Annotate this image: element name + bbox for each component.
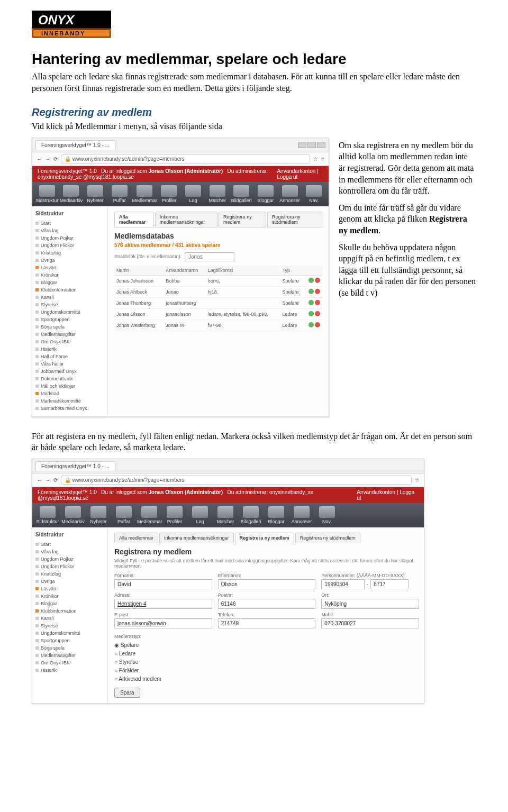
- save-button[interactable]: Spara: [114, 688, 140, 698]
- sidebar-item[interactable]: Ungdomskommitté: [35, 629, 104, 637]
- delete-icon[interactable]: [315, 300, 320, 305]
- nav-item[interactable]: Nyheter: [84, 185, 107, 203]
- table-row[interactable]: Jonas ThunbergjonasthunbergSpelare: [114, 297, 322, 308]
- sidebar-item[interactable]: Kansli: [35, 615, 104, 622]
- input-pn-date[interactable]: 19990504: [321, 579, 365, 589]
- radio-option[interactable]: ○ Ledare: [114, 650, 418, 658]
- star-icon[interactable]: ☆: [415, 477, 420, 483]
- sidebar-item[interactable]: Ungdom Pojkar: [35, 555, 104, 563]
- search-input[interactable]: Jonas: [185, 252, 234, 261]
- sidebar-item[interactable]: Styrelse: [35, 301, 104, 308]
- sidebar-item[interactable]: Våra hallar: [35, 360, 104, 368]
- sidebar-item[interactable]: Start: [35, 220, 104, 227]
- nav-item[interactable]: Puffar: [108, 185, 131, 203]
- logout-link[interactable]: Logga ut: [277, 174, 297, 180]
- nav-item[interactable]: Nyheter: [86, 506, 111, 524]
- reload-icon[interactable]: ⟳: [53, 477, 58, 483]
- sidebar-item[interactable]: Krönikor: [35, 271, 104, 279]
- table-row[interactable]: Jonas JohanssonBobbaherrs,Spelare: [114, 275, 322, 286]
- sidebar-item[interactable]: Bloggar: [35, 600, 104, 607]
- table-row[interactable]: Jonas Olssonjonasolssonledare, styrelse,…: [114, 308, 322, 320]
- sidebar-item[interactable]: Knattelag: [35, 570, 104, 578]
- sidebar-item[interactable]: Medlemsavgifter: [35, 331, 104, 338]
- menu-icon[interactable]: ≡: [321, 156, 324, 162]
- sidebar-item[interactable]: Marknadskommitté: [35, 397, 104, 405]
- url-field[interactable]: 🔒 www.onyxinnebandy.se/admin/?page=membe…: [61, 154, 310, 163]
- sidebar-item[interactable]: Historik: [35, 667, 104, 674]
- table-row[interactable]: Jonas WesterbergJonas Wf97-96,Ledare: [114, 320, 322, 331]
- nav-item[interactable]: Mediaarkiv: [60, 185, 83, 203]
- window-buttons[interactable]: [298, 142, 325, 148]
- input-telefon[interactable]: 214749: [218, 618, 316, 628]
- sidebar-item[interactable]: Om Onyx IBK: [35, 338, 104, 345]
- sidebar-item[interactable]: Dokumentbank: [35, 375, 104, 382]
- input-mobil[interactable]: 070-3200027: [321, 618, 419, 628]
- tab[interactable]: Inkomna medlemsansökningar: [155, 212, 217, 227]
- nav-item[interactable]: Lag: [182, 185, 205, 203]
- sidebar-item[interactable]: Klubbinformation: [35, 607, 104, 615]
- delete-icon[interactable]: [315, 278, 320, 283]
- tab[interactable]: Alla medlemmar: [114, 533, 158, 543]
- sidebar-item[interactable]: Bloggar: [35, 279, 104, 286]
- nav-item[interactable]: Medlemmar: [132, 185, 157, 203]
- nav-item[interactable]: Lag: [188, 506, 212, 524]
- browser-tab[interactable]: Föreningsverktyget™ 1.0 - ...: [35, 140, 115, 150]
- sidebar-item[interactable]: Våra lag: [35, 227, 104, 234]
- nav-item[interactable]: Nav.: [302, 185, 325, 203]
- nav-fwd-icon[interactable]: →: [45, 477, 50, 483]
- sidebar-item[interactable]: Styrelse: [35, 622, 104, 629]
- reload-icon[interactable]: ⟳: [53, 156, 58, 162]
- sidebar-item[interactable]: Ungdom Flickor: [35, 242, 104, 249]
- user-accounts-link[interactable]: Användarkonton: [277, 168, 315, 174]
- input-pn-last4[interactable]: 8717: [370, 579, 409, 589]
- sidebar-item[interactable]: Ungdom Flickor: [35, 563, 104, 570]
- delete-icon[interactable]: [315, 311, 320, 316]
- sidebar-item[interactable]: Krönikor: [35, 592, 104, 600]
- star-icon[interactable]: ☆: [313, 156, 318, 162]
- nav-item[interactable]: Sidstruktur: [35, 185, 59, 203]
- sidebar-item[interactable]: Marknad: [35, 390, 104, 397]
- radio-option[interactable]: ○ Styrelse: [114, 658, 418, 667]
- approve-icon[interactable]: [309, 278, 314, 283]
- radio-option[interactable]: ◉ Spelare: [114, 641, 418, 650]
- sidebar-item[interactable]: Kansli: [35, 294, 104, 301]
- nav-item[interactable]: Matcher: [213, 506, 238, 524]
- tab[interactable]: Registrera ny medlem: [219, 212, 266, 227]
- nav-item[interactable]: Medlemmar: [137, 506, 161, 524]
- sidebar-item[interactable]: Sportgruppen: [35, 637, 104, 644]
- nav-item[interactable]: Bildgalleri: [239, 506, 263, 524]
- nav-item[interactable]: Nav.: [315, 506, 339, 524]
- sidebar-item[interactable]: Övriga: [35, 578, 104, 585]
- table-row[interactable]: Jonas AhlbeckJonaohj18,Spelare: [114, 286, 322, 297]
- nav-item[interactable]: Bloggar: [254, 185, 277, 203]
- sidebar-item[interactable]: Börja spela: [35, 323, 104, 331]
- radio-option[interactable]: ○ Arkiverad medlem: [114, 675, 418, 683]
- approve-icon[interactable]: [309, 289, 314, 294]
- approve-icon[interactable]: [309, 311, 314, 316]
- nav-item[interactable]: Bloggar: [264, 506, 288, 524]
- nav-fwd-icon[interactable]: →: [45, 156, 50, 162]
- nav-item[interactable]: Bildgalleri: [230, 185, 253, 203]
- nav-item[interactable]: Profiler: [158, 185, 181, 203]
- sidebar-item[interactable]: Samarbeta med Onyx: [35, 405, 104, 412]
- tab[interactable]: Registrera ny stödmedlem: [295, 533, 360, 543]
- input-ort[interactable]: Nyköping: [321, 599, 419, 609]
- nav-back-icon[interactable]: ←: [37, 477, 42, 483]
- delete-icon[interactable]: [315, 322, 320, 327]
- sidebar-item[interactable]: Om Onyx IBK: [35, 659, 104, 667]
- sidebar-item[interactable]: Klubbinformation: [35, 286, 104, 294]
- sidebar-item[interactable]: Medlemsavgifter: [35, 652, 104, 659]
- browser-tab[interactable]: Föreningsverktyget™ 1.0 - ...: [35, 461, 115, 471]
- nav-back-icon[interactable]: ←: [37, 156, 42, 162]
- tab[interactable]: Alla medlemmar: [114, 212, 154, 227]
- tab[interactable]: Registrera ny medlem: [235, 533, 294, 543]
- nav-item[interactable]: Matcher: [206, 185, 229, 203]
- tab[interactable]: Registrera ny stödmedlem: [267, 212, 322, 227]
- input-adress[interactable]: Herrstigen 4: [114, 599, 212, 609]
- delete-icon[interactable]: [315, 289, 320, 294]
- sidebar-item[interactable]: Övriga: [35, 257, 104, 264]
- nav-item[interactable]: Profiler: [162, 506, 187, 524]
- nav-item[interactable]: Sidstruktur: [35, 506, 60, 524]
- sidebar-item[interactable]: Jobba med Onyx: [35, 368, 104, 375]
- input-postnr[interactable]: 61146: [218, 599, 316, 609]
